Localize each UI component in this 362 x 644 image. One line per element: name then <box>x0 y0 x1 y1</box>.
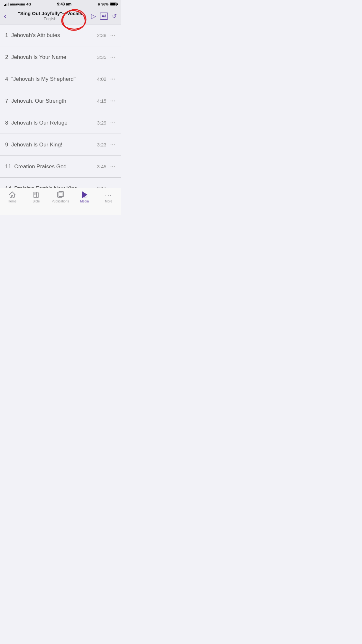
song-title: 14. Praising Earth's New King <box>5 185 97 188</box>
page-title: "Sing Out Joyfully"—Vocals <box>9 11 91 16</box>
play-button[interactable]: ▷ <box>91 13 96 19</box>
status-bar: amaysim 4G 9:43 am ⊕ 96% <box>0 0 121 8</box>
song-duration: 4:02 <box>97 76 106 82</box>
tab-publications[interactable]: Publications <box>48 191 72 203</box>
song-item[interactable]: 4. "Jehovah Is My Shepherd" 4:02 ··· <box>0 68 121 90</box>
tab-bible-label: Bible <box>32 200 40 203</box>
song-item[interactable]: 8. Jehovah Is Our Refuge 3:29 ··· <box>0 112 121 134</box>
home-icon <box>8 191 16 199</box>
page-subtitle: English <box>9 17 91 21</box>
song-duration: 3:35 <box>97 54 106 60</box>
media-icon <box>81 191 88 199</box>
song-duration: 2:38 <box>97 33 106 38</box>
tab-more-label: More <box>105 200 112 203</box>
song-title: 7. Jehovah, Our Strength <box>5 98 97 104</box>
song-list: 1. Jehovah's Attributes 2:38 ··· 2. Jeho… <box>0 24 121 188</box>
song-duration: 3:29 <box>97 120 106 126</box>
signal-icon <box>4 3 9 6</box>
song-item[interactable]: 2. Jehovah Is Your Name 3:35 ··· <box>0 46 121 68</box>
song-more-button[interactable]: ··· <box>110 33 116 38</box>
song-item[interactable]: 7. Jehovah, Our Strength 4:15 ··· <box>0 90 121 112</box>
tab-publications-label: Publications <box>52 200 69 203</box>
more-dots-icon: ··· <box>105 191 112 199</box>
song-more-button[interactable]: ··· <box>110 142 116 148</box>
song-duration: 4:15 <box>97 98 106 104</box>
tab-bar: Home Bible Publications Media ··· More <box>0 188 121 215</box>
song-title: 1. Jehovah's Attributes <box>5 32 97 39</box>
network-label: 4G <box>26 2 31 6</box>
header-title-group: "Sing Out Joyfully"—Vocals English <box>9 11 91 21</box>
song-more-button[interactable]: ··· <box>110 164 116 170</box>
song-more-button[interactable]: ··· <box>110 186 116 188</box>
time-label: 9:43 am <box>57 2 72 6</box>
tab-media[interactable]: Media <box>72 191 97 203</box>
header: ‹ "Sing Out Joyfully"—Vocals English ▷ A… <box>0 8 121 24</box>
song-title: 11. Creation Praises God <box>5 163 97 170</box>
tab-more[interactable]: ··· More <box>97 191 121 203</box>
status-left: amaysim 4G <box>4 2 31 6</box>
song-title: 2. Jehovah Is Your Name <box>5 54 97 61</box>
location-icon: ⊕ <box>97 3 100 6</box>
song-more-button[interactable]: ··· <box>110 76 116 82</box>
song-item[interactable]: 1. Jehovah's Attributes 2:38 ··· <box>0 24 121 46</box>
song-more-button[interactable]: ··· <box>110 98 116 104</box>
song-title: 8. Jehovah Is Our Refuge <box>5 120 97 126</box>
song-item[interactable]: 14. Praising Earth's New King 2:17 ··· <box>0 178 121 188</box>
song-duration: 2:17 <box>97 186 106 188</box>
song-title: 4. "Jehovah Is My Shepherd" <box>5 76 97 82</box>
song-item[interactable]: 9. Jehovah Is Our King! 3:23 ··· <box>0 134 121 156</box>
header-actions: ▷ Aå ↺ <box>91 13 117 20</box>
tab-media-label: Media <box>80 200 89 203</box>
back-button[interactable]: ‹ <box>4 12 6 20</box>
carrier-label: amaysim <box>10 2 25 6</box>
publications-icon <box>57 191 64 199</box>
font-size-button[interactable]: Aå <box>100 13 108 20</box>
song-duration: 3:45 <box>97 164 106 169</box>
battery-percent: 96% <box>101 2 108 6</box>
history-button[interactable]: ↺ <box>112 13 117 19</box>
song-item[interactable]: 11. Creation Praises God 3:45 ··· <box>0 156 121 178</box>
tab-bible[interactable]: Bible <box>24 191 48 203</box>
song-more-button[interactable]: ··· <box>110 54 116 60</box>
song-duration: 3:23 <box>97 142 106 147</box>
battery-icon <box>110 3 117 6</box>
tab-home[interactable]: Home <box>0 191 24 203</box>
bible-icon <box>32 191 40 199</box>
tab-home-label: Home <box>8 200 16 203</box>
status-right: ⊕ 96% <box>97 2 117 6</box>
song-more-button[interactable]: ··· <box>110 120 116 126</box>
song-title: 9. Jehovah Is Our King! <box>5 142 97 148</box>
